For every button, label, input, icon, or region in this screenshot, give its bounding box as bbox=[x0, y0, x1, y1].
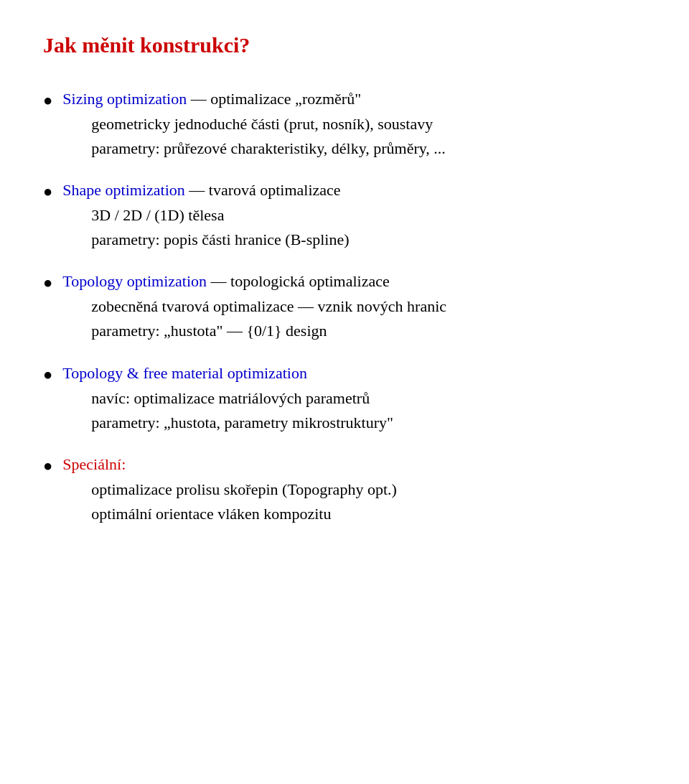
main-content: ● Sizing optimization — optimalizace „ro… bbox=[43, 87, 646, 526]
shape-sub1: 3D / 2D / (1D) tělesa bbox=[91, 203, 646, 228]
bullet-content: Shape optimization — tvarová optimalizac… bbox=[62, 178, 646, 252]
bullet-main: Shape optimization — tvarová optimalizac… bbox=[62, 178, 646, 202]
keyword-special: Speciální: bbox=[62, 455, 126, 473]
list-item: ● Speciální: optimalizace prolisu skořep… bbox=[43, 452, 646, 526]
bullet-dot: ● bbox=[43, 88, 52, 112]
shape-sub2: parametry: popis části hranice (B-spline… bbox=[91, 228, 646, 252]
keyword-sizing: Sizing optimization bbox=[62, 90, 187, 108]
bullet-dot: ● bbox=[43, 271, 52, 294]
list-item: ● Sizing optimization — optimalizace „ro… bbox=[43, 87, 646, 161]
bullet-main: Topology & free material optimization bbox=[62, 361, 646, 385]
sizing-text: — optimalizace „rozměrů" bbox=[191, 90, 361, 108]
keyword-topology-free: Topology & free material optimization bbox=[62, 364, 307, 382]
shape-sublines: 3D / 2D / (1D) tělesa parametry: popis č… bbox=[91, 203, 646, 252]
bullet-main: Sizing optimization — optimalizace „rozm… bbox=[62, 87, 646, 111]
topfree-sub1: navíc: optimalizace matriálových paramet… bbox=[91, 386, 646, 411]
topology-sub2: parametry: „hustota" — {0/1} design bbox=[91, 319, 646, 343]
bullet-dot: ● bbox=[43, 454, 52, 477]
topology-sublines: zobecněná tvarová optimalizace — vznik n… bbox=[91, 294, 646, 343]
list-item: ● Shape optimization — tvarová optimaliz… bbox=[43, 178, 646, 252]
bullet-content: Topology optimization — topologická opti… bbox=[62, 269, 646, 343]
topology-sub1: zobecněná tvarová optimalizace — vznik n… bbox=[91, 294, 646, 319]
bullet-main: Topology optimization — topologická opti… bbox=[62, 269, 646, 293]
bullet-dot: ● bbox=[43, 363, 52, 386]
bullet-main: Speciální: bbox=[62, 452, 646, 476]
sizing-sub1: geometricky jednoduché části (prut, nosn… bbox=[91, 112, 646, 136]
keyword-shape: Shape optimization bbox=[62, 181, 184, 199]
topology-text: — topologická optimalizace bbox=[211, 272, 390, 290]
list-item: ● Topology optimization — topologická op… bbox=[43, 269, 646, 343]
special-sub2: optimální orientace vláken kompozitu bbox=[91, 502, 646, 526]
topfree-sublines: navíc: optimalizace matriálových paramet… bbox=[91, 386, 646, 435]
shape-text: — tvarová optimalizace bbox=[189, 181, 340, 199]
page-title: Jak měnit konstrukci? bbox=[43, 29, 646, 61]
keyword-topology: Topology optimization bbox=[62, 272, 207, 290]
special-sublines: optimalizace prolisu skořepin (Topograph… bbox=[91, 477, 646, 526]
sizing-sub2: parametry: průřezové charakteristiky, dé… bbox=[91, 136, 646, 161]
bullet-content: Sizing optimization — optimalizace „rozm… bbox=[62, 87, 646, 161]
sizing-sublines: geometricky jednoduché části (prut, nosn… bbox=[91, 112, 646, 161]
special-sub1: optimalizace prolisu skořepin (Topograph… bbox=[91, 477, 646, 502]
bullet-content: Topology & free material optimization na… bbox=[62, 361, 646, 435]
list-item: ● Topology & free material optimization … bbox=[43, 361, 646, 435]
bullet-content: Speciální: optimalizace prolisu skořepin… bbox=[62, 452, 646, 526]
topfree-sub2: parametry: „hustota, parametry mikrostru… bbox=[91, 411, 646, 435]
bullet-dot: ● bbox=[43, 179, 52, 203]
